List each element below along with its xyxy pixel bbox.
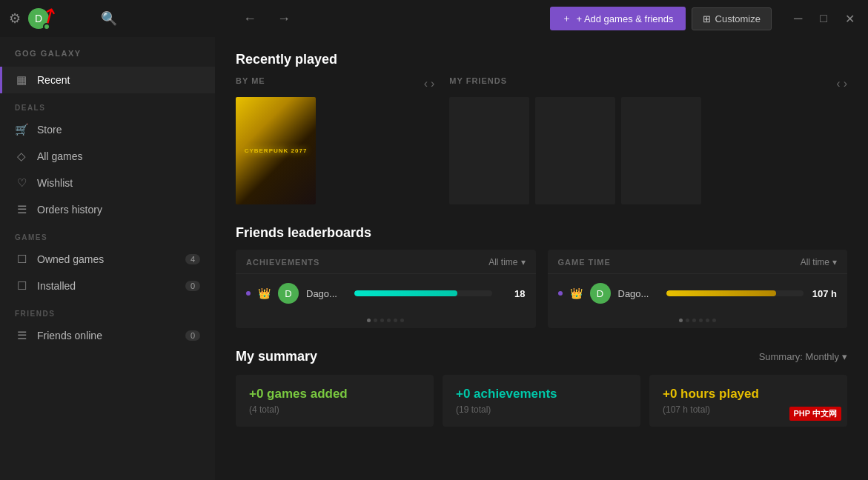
games-added-value: +0 games added <box>249 387 420 401</box>
friend-thumbs <box>449 97 847 204</box>
sidebar-item-installed[interactable]: ☐ Installed 0 <box>0 273 215 299</box>
achievements-value-summary: +0 achievements <box>456 387 627 401</box>
wishlist-icon: ♡ <box>15 176 28 190</box>
achievements-leaderboard: ACHIEVEMENTS All time ▾ 👑 D Dago... <box>236 250 536 328</box>
recently-played-header: Recently played <box>236 52 847 67</box>
achievements-bar-container <box>354 290 492 296</box>
chevron-down-icon-2: ▾ <box>832 257 837 267</box>
sidebar-item-orders-label: Orders history <box>37 204 102 216</box>
gd-dot-3 <box>692 319 696 322</box>
dot-3 <box>380 319 384 322</box>
minimize-button[interactable]: ─ <box>789 10 806 27</box>
dot-4 <box>387 319 391 322</box>
summary-card-achievements: +0 achievements (19 total) <box>443 375 640 427</box>
sidebar-item-all-games[interactable]: ◇ All games <box>0 143 215 170</box>
owned-games-icon: ☐ <box>15 253 28 266</box>
customize-button[interactable]: ⊞ Customize <box>692 7 772 30</box>
achievements-lb-header: ACHIEVEMENTS All time ▾ <box>236 250 536 274</box>
lb-avatar-achievements: D <box>278 283 299 304</box>
rank-indicator-2 <box>558 291 563 296</box>
avatar[interactable]: D <box>28 8 49 29</box>
achievements-filter[interactable]: All time ▾ <box>488 257 525 267</box>
friend-thumb-3[interactable] <box>621 97 701 204</box>
recently-played-title: Recently played <box>236 52 847 67</box>
rank-indicator <box>246 291 251 296</box>
friends-nav[interactable]: ‹ › <box>836 77 847 90</box>
close-button[interactable]: ✕ <box>841 10 859 27</box>
achievements-lb-title: ACHIEVEMENTS <box>246 258 319 267</box>
sidebar-item-store[interactable]: 🛒 Store <box>0 116 215 143</box>
dot-1 <box>367 319 371 322</box>
add-icon: ＋ <box>562 12 572 25</box>
recently-played-friends: MY FRIENDS ‹ › <box>449 76 847 204</box>
by-me-next[interactable]: › <box>431 77 434 90</box>
add-games-button[interactable]: ＋ + Add games & friends <box>550 7 685 30</box>
friends-online-badge: 0 <box>185 330 200 341</box>
sidebar-item-installed-label: Installed <box>37 280 76 292</box>
summary-title: My summary <box>236 349 759 364</box>
gear-icon[interactable]: ⚙ <box>9 10 21 27</box>
friends-prev[interactable]: ‹ <box>836 77 840 90</box>
gametime-bar-container <box>666 290 804 296</box>
customize-label: Customize <box>715 13 761 24</box>
sidebar-item-wishlist[interactable]: ♡ Wishlist <box>0 170 215 196</box>
leaderboards-header: Friends leaderboards <box>236 225 847 241</box>
dot-5 <box>394 319 397 322</box>
recent-icon: ▦ <box>15 73 28 87</box>
main-layout: GOG GALAXY ▦ Recent DEALS 🛒 Store ◇ All … <box>0 37 868 480</box>
my-friends-label: MY FRIENDS <box>449 76 507 85</box>
customize-icon: ⊞ <box>703 13 711 24</box>
sidebar-item-owned-games[interactable]: ☐ Owned games 4 <box>0 246 215 273</box>
orders-icon: ☰ <box>15 203 28 216</box>
lb-name-achievements: Dago... <box>306 288 347 299</box>
by-me-header: BY ME ‹ › <box>236 76 434 91</box>
installed-badge: 0 <box>185 281 200 291</box>
by-me-prev[interactable]: ‹ <box>424 77 428 90</box>
games-added-sub: (4 total) <box>249 404 420 415</box>
sidebar-item-friends-label: Friends online <box>37 330 102 341</box>
crown-icon: 👑 <box>258 287 271 299</box>
friends-next[interactable]: › <box>844 77 847 90</box>
installed-icon: ☐ <box>15 279 28 293</box>
achievements-value: 18 <box>500 288 526 299</box>
gametime-lb-title: GAME TIME <box>558 258 611 267</box>
gd-dot-6 <box>712 319 716 322</box>
friends-icon: ☰ <box>15 329 28 342</box>
sidebar-item-recent-label: Recent <box>37 74 70 86</box>
summary-filter[interactable]: Summary: Monthly ▾ <box>759 351 847 362</box>
window-controls: ─ □ ✕ <box>789 10 859 27</box>
cyberpunk-thumb[interactable] <box>236 97 316 204</box>
gametime-filter[interactable]: All time ▾ <box>801 257 837 267</box>
gametime-bar <box>666 290 776 296</box>
section-label-friends: FRIENDS <box>0 299 215 322</box>
summary-cards: +0 games added (4 total) +0 achievements… <box>236 375 847 427</box>
hours-played-value: +0 hours played <box>663 387 834 401</box>
sidebar-item-orders-history[interactable]: ☰ Orders history <box>0 196 215 223</box>
friend-thumb-2[interactable] <box>535 97 615 204</box>
back-button[interactable]: ← <box>239 8 261 30</box>
section-label-deals: DEALS <box>0 93 215 116</box>
friend-thumb-1[interactable] <box>449 97 529 204</box>
forward-button[interactable]: → <box>273 8 295 30</box>
owned-games-badge: 4 <box>185 254 200 264</box>
sidebar-item-owned-label: Owned games <box>37 253 104 265</box>
php-badge: PHP 中文网 <box>789 407 841 421</box>
recently-played-by-me: BY ME ‹ › <box>236 76 434 204</box>
by-me-nav[interactable]: ‹ › <box>424 77 435 90</box>
sidebar-item-recent[interactable]: ▦ Recent <box>0 67 215 93</box>
by-me-label: BY ME <box>236 76 265 85</box>
chevron-down-icon-3: ▾ <box>842 351 847 362</box>
summary-section: My summary Summary: Monthly ▾ +0 games a… <box>236 349 847 427</box>
gd-dot-4 <box>699 319 703 322</box>
achievements-sub: (19 total) <box>456 404 627 415</box>
search-icon[interactable]: 🔍 <box>101 10 117 27</box>
summary-header: My summary Summary: Monthly ▾ <box>236 349 847 364</box>
sidebar-item-friends-online[interactable]: ☰ Friends online 0 <box>0 322 215 349</box>
summary-card-hours: +0 hours played (107 h total) PHP 中文网 <box>649 375 847 427</box>
my-friends-header: MY FRIENDS ‹ › <box>449 76 847 91</box>
avatar-letter: D <box>35 13 42 24</box>
maximize-button[interactable]: □ <box>815 10 832 27</box>
title-bar-left: ⚙ D ↗ 🔍 <box>9 8 224 29</box>
gametime-leaderboard: GAME TIME All time ▾ 👑 D Dago... <box>548 250 848 328</box>
achievements-dots <box>236 313 536 328</box>
